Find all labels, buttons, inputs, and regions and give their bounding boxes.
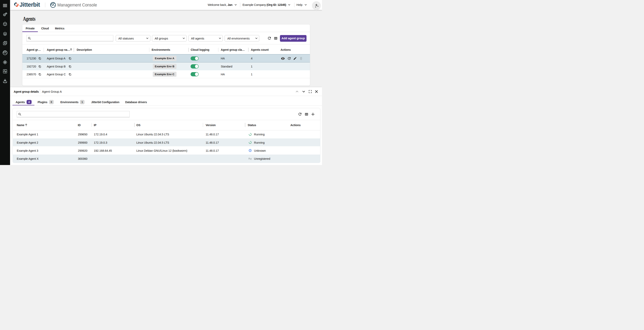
svg-text:?: ? xyxy=(250,149,251,152)
